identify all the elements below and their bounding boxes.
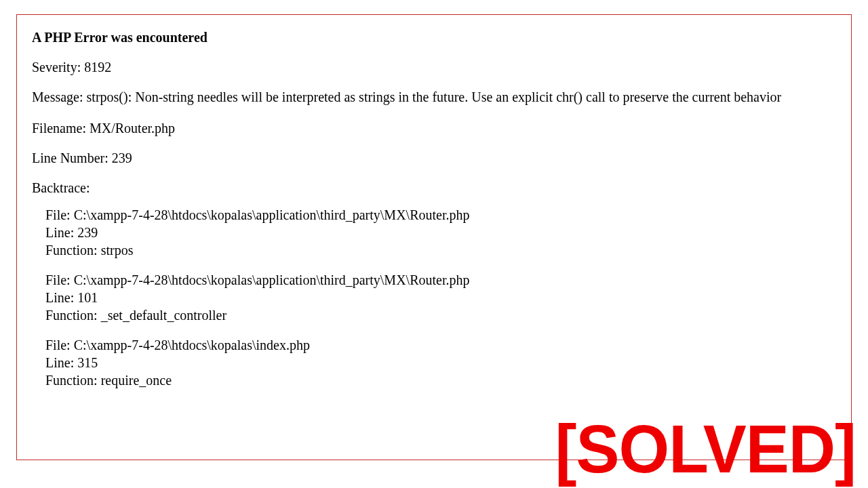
filename-label: Filename: [32,121,90,136]
backtrace-line: Line: 239 [45,224,836,241]
error-title: A PHP Error was encountered [32,28,836,46]
backtrace-line: Line: 315 [45,354,836,371]
backtrace-file: File: C:\xampp-7-4-28\htdocs\kopalas\app… [45,271,836,289]
severity-label: Severity: [32,60,84,75]
message-label: Message: [32,89,87,104]
backtrace-file: File: C:\xampp-7-4-28\htdocs\kopalas\ind… [45,336,836,354]
linenumber-value: 239 [112,150,132,165]
backtrace-entry: File: C:\xampp-7-4-28\htdocs\kopalas\ind… [32,336,836,389]
filename-value: MX/Router.php [90,121,175,136]
message-field: Message: strpos(): Non-string needles wi… [32,88,836,106]
backtrace-function: Function: require_once [45,371,836,389]
filename-field: Filename: MX/Router.php [32,119,836,137]
linenumber-label: Line Number: [32,150,112,165]
backtrace-line: Line: 101 [45,289,836,306]
backtrace-file: File: C:\xampp-7-4-28\htdocs\kopalas\app… [45,206,836,224]
backtrace-entry: File: C:\xampp-7-4-28\htdocs\kopalas\app… [32,206,836,259]
severity-field: Severity: 8192 [32,58,836,76]
php-error-box: A PHP Error was encountered Severity: 81… [16,14,852,460]
severity-value: 8192 [84,60,111,75]
backtrace-label: Backtrace: [32,179,836,197]
message-value: strpos(): Non-string needles will be int… [87,89,782,104]
linenumber-field: Line Number: 239 [32,149,836,167]
backtrace-function: Function: strpos [45,241,836,259]
backtrace-entry: File: C:\xampp-7-4-28\htdocs\kopalas\app… [32,271,836,324]
backtrace-function: Function: _set_default_controller [45,306,836,324]
